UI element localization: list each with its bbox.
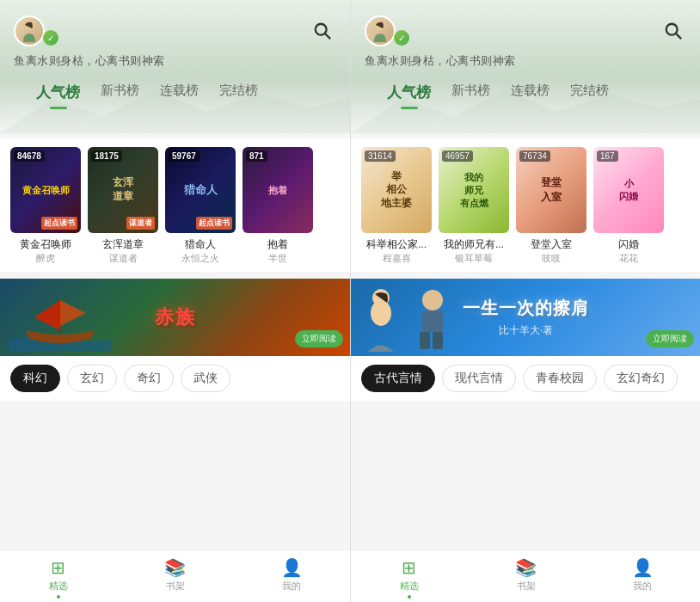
right-banner-container: 一生一次的擦肩 比十羊大·著 立即阅读 读	[351, 279, 700, 356]
left-tab-popularity[interactable]: 人气榜	[28, 77, 89, 108]
left-book-title-2: 玄浑道章	[88, 237, 158, 252]
right-avatar[interactable]	[365, 15, 396, 46]
right-panel: ✓ 鱼离水则身枯，心离书则神索 人气榜 新书榜 连载榜 完结榜 31614 举相…	[351, 0, 700, 602]
left-book-list-container: 84678 黄金召唤师 起点读书 黄金召唤师 醉虎 18175 玄浑道章 谋道者…	[0, 138, 350, 272]
right-genre-xuanhuan[interactable]: 玄幻奇幻	[604, 365, 678, 392]
right-book-item-4[interactable]: 167 小闪婚 闪婚 花花	[593, 147, 664, 265]
right-book-list-container: 31614 举相公地主婆 科举相公家... 程嘉喜 46957 我的师兄有点燃 …	[351, 138, 700, 272]
svg-rect-14	[422, 310, 443, 332]
left-header-top: ✓	[14, 15, 336, 46]
svg-point-9	[666, 24, 678, 35]
right-nav-shelf-icon: 📚	[515, 557, 537, 578]
right-tab-popularity[interactable]: 人气榜	[378, 77, 439, 108]
right-tab-new[interactable]: 新书榜	[443, 77, 499, 108]
right-nav-featured-icon: ⊞	[402, 557, 416, 578]
left-book-author-1: 醉虎	[10, 252, 81, 265]
left-platform-badge-2: 谋道者	[126, 217, 155, 230]
right-book-title-3: 登堂入室	[516, 237, 586, 252]
left-book-list: 84678 黄金召唤师 起点读书 黄金召唤师 醉虎 18175 玄浑道章 谋道者…	[10, 147, 340, 265]
left-platform-badge-3: 起点读书	[196, 217, 232, 230]
right-book-author-2: 银耳草莓	[439, 252, 509, 265]
right-tab-complete[interactable]: 完结榜	[562, 77, 617, 108]
right-banner-read-btn[interactable]: 立即阅读	[646, 330, 694, 347]
right-nav-mine[interactable]: 👤 我的	[584, 557, 700, 599]
left-tab-serialized[interactable]: 连载榜	[151, 77, 207, 108]
left-book-item-1[interactable]: 84678 黄金召唤师 起点读书 黄金召唤师 醉虎	[10, 147, 81, 265]
left-book-item-4[interactable]: 871 抱着 抱着 半世	[243, 147, 313, 265]
left-book-cover-2: 18175 玄浑道章 谋道者	[88, 147, 158, 233]
left-nav-mine-icon: 👤	[281, 557, 303, 578]
left-avatar-area: ✓	[14, 15, 58, 46]
left-nav-featured[interactable]: ⊞ 精选	[0, 557, 117, 599]
right-tabs: 人气榜 新书榜 连载榜 完结榜	[365, 77, 687, 108]
right-book-title-2: 我的师兄有...	[439, 237, 509, 252]
left-genre-tags: 科幻 玄幻 奇幻 武侠	[0, 356, 350, 401]
right-genre-tags: 古代言情 现代言情 青春校园 玄幻奇幻	[351, 356, 700, 401]
right-book-cover-4: 167 小闪婚	[593, 147, 664, 233]
right-book-item-1[interactable]: 31614 举相公地主婆 科举相公家... 程嘉喜	[361, 147, 432, 265]
left-genre-wuxia[interactable]: 武侠	[181, 365, 230, 392]
left-header-bg: ✓ 鱼离水则身枯，心离书则神索 人气榜 新书榜 连载榜 完结榜	[0, 0, 350, 133]
right-genre-campus[interactable]: 青春校园	[523, 365, 597, 392]
left-tagline: 鱼离水则身枯，心离书则神索	[14, 53, 336, 69]
right-book-count-4: 167	[597, 150, 618, 162]
left-book-cover-3: 59767 猎命人 起点读书	[165, 147, 236, 233]
left-panel: ✓ 鱼离水则身枯，心离书则神索 人气榜 新书榜 连载榜 完结榜 84678 黄金…	[0, 0, 350, 602]
left-nav-mine[interactable]: 👤 我的	[233, 557, 350, 599]
svg-rect-16	[433, 332, 443, 349]
left-book-title-4: 抱着	[243, 237, 313, 252]
left-banner-container: 赤族 立即阅读 读	[0, 279, 350, 356]
left-nav-featured-icon: ⊞	[51, 557, 65, 578]
left-avatar-badge: ✓	[43, 30, 58, 46]
left-nav-featured-label: 精选	[49, 580, 68, 593]
right-nav-shelf-label: 书架	[517, 580, 536, 593]
left-nav-shelf-label: 书架	[166, 580, 185, 593]
right-book-title-1: 科举相公家...	[361, 237, 432, 252]
right-book-cover-3: 76734 登堂入室	[516, 147, 586, 233]
right-book-count-1: 31614	[365, 150, 396, 162]
right-book-list: 31614 举相公地主婆 科举相公家... 程嘉喜 46957 我的师兄有点燃 …	[361, 147, 691, 265]
left-book-title-1: 黄金召唤师	[10, 237, 81, 252]
right-search-button[interactable]	[660, 17, 687, 45]
right-banner-author: 比十羊大·著	[463, 323, 589, 338]
left-banner[interactable]: 赤族 立即阅读 读	[0, 279, 350, 356]
right-nav-featured-label: 精选	[400, 580, 419, 593]
right-book-count-2: 46957	[442, 150, 473, 162]
left-bottom-nav: ⊞ 精选 📚 书架 👤 我的	[0, 550, 350, 602]
right-genre-modern[interactable]: 现代言情	[442, 365, 516, 392]
left-tabs: 人气榜 新书榜 连载榜 完结榜	[14, 77, 336, 108]
right-nav-shelf[interactable]: 📚 书架	[468, 557, 585, 599]
left-avatar[interactable]	[14, 15, 45, 46]
right-book-item-2[interactable]: 46957 我的师兄有点燃 我的师兄有... 银耳草莓	[439, 147, 509, 265]
left-genre-scifi[interactable]: 科幻	[10, 365, 60, 392]
left-banner-read-btn[interactable]: 立即阅读	[295, 330, 343, 347]
left-platform-badge-1: 起点读书	[41, 217, 77, 230]
left-banner-text: 赤族	[155, 304, 196, 330]
right-tab-serialized[interactable]: 连载榜	[502, 77, 558, 108]
left-book-count-4: 871	[246, 150, 267, 162]
left-book-item-3[interactable]: 59767 猎命人 起点读书 猎命人 永恒之火	[165, 147, 236, 265]
right-book-cover-1: 31614 举相公地主婆	[361, 147, 432, 233]
left-nav-shelf-icon: 📚	[164, 557, 186, 578]
right-bottom-nav: ⊞ 精选 📚 书架 👤 我的	[351, 550, 700, 602]
left-book-count-3: 59767	[169, 150, 200, 162]
right-banner[interactable]: 一生一次的擦肩 比十羊大·著 立即阅读 读	[351, 279, 700, 356]
left-tab-complete[interactable]: 完结榜	[211, 77, 267, 108]
right-header-bg: ✓ 鱼离水则身枯，心离书则神索 人气榜 新书榜 连载榜 完结榜	[351, 0, 700, 133]
left-book-item-2[interactable]: 18175 玄浑道章 谋道者 玄浑道章 谋道者	[88, 147, 158, 265]
right-book-cover-2: 46957 我的师兄有点燃	[439, 147, 509, 233]
left-search-button[interactable]	[309, 17, 336, 45]
left-genre-xuanhuan[interactable]: 玄幻	[67, 365, 117, 392]
left-tab-new[interactable]: 新书榜	[92, 77, 148, 108]
right-header-top: ✓	[365, 15, 687, 46]
left-nav-dot	[57, 595, 60, 599]
left-book-cover-4: 871 抱着	[243, 147, 313, 233]
svg-point-13	[422, 290, 443, 310]
right-nav-featured[interactable]: ⊞ 精选	[351, 557, 468, 599]
right-genre-ancient[interactable]: 古代言情	[361, 365, 435, 392]
right-avatar-badge: ✓	[394, 30, 409, 46]
right-book-item-3[interactable]: 76734 登堂入室 登堂入室 吱吱	[516, 147, 586, 265]
left-nav-shelf[interactable]: 📚 书架	[117, 557, 234, 599]
right-book-count-3: 76734	[519, 150, 550, 162]
left-genre-fantasy[interactable]: 奇幻	[124, 365, 174, 392]
